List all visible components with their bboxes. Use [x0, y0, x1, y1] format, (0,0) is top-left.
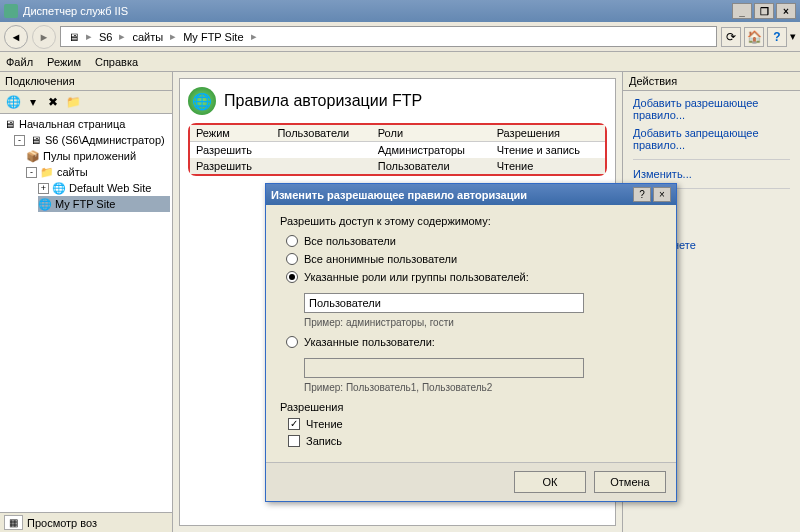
radio-icon[interactable] — [286, 271, 298, 283]
edit-rule-dialog: Изменить разрешающее правило авторизации… — [265, 183, 677, 502]
checkbox-label: Запись — [306, 435, 342, 447]
breadcrumb-item[interactable]: сайты — [129, 31, 166, 43]
home-icon[interactable]: 🏠 — [744, 27, 764, 47]
tree-app-pools[interactable]: 📦 Пулы приложений — [26, 148, 170, 164]
dialog-intro: Разрешить доступ к этому содержимому: — [280, 215, 662, 227]
cancel-button[interactable]: Отмена — [594, 471, 666, 493]
breadcrumb-home-icon[interactable]: 🖥 — [65, 31, 82, 43]
action-add-allow[interactable]: Добавить разрешающее правило... — [633, 97, 790, 121]
roles-hint: Пример: администраторы, гости — [304, 317, 662, 328]
help-icon[interactable]: ? — [767, 27, 787, 47]
col-mode[interactable]: Режим — [190, 125, 271, 142]
radio-icon[interactable] — [286, 253, 298, 265]
pool-icon: 📦 — [26, 149, 40, 163]
checkbox-icon[interactable] — [288, 435, 300, 447]
chevron-right-icon: ▸ — [119, 30, 125, 43]
actions-header: Действия — [623, 72, 800, 91]
table-row[interactable]: Разрешить Пользователи Чтение — [190, 158, 605, 174]
action-add-deny[interactable]: Добавить запрещающее правило... — [633, 127, 790, 151]
app-icon — [4, 4, 18, 18]
col-perms[interactable]: Разрешения — [491, 125, 605, 142]
tree-label: My FTP Site — [55, 198, 115, 210]
tree-label: S6 (S6\Администратор) — [45, 134, 165, 146]
radio-label: Все пользователи — [304, 235, 396, 247]
collapse-icon[interactable]: - — [26, 167, 37, 178]
connections-header: Подключения — [0, 72, 172, 91]
rules-table[interactable]: Режим Пользователи Роли Разрешения Разре… — [188, 123, 607, 176]
breadcrumb[interactable]: 🖥 ▸ S6 ▸ сайты ▸ My FTP Site ▸ — [60, 26, 717, 47]
chevron-right-icon: ▸ — [251, 30, 257, 43]
tree-default-site[interactable]: + 🌐 Default Web Site — [38, 180, 170, 196]
radio-icon[interactable] — [286, 235, 298, 247]
close-button[interactable]: × — [776, 3, 796, 19]
forward-button[interactable]: ► — [32, 25, 56, 49]
back-button[interactable]: ◄ — [4, 25, 28, 49]
tree-label: сайты — [57, 166, 88, 178]
dialog-help-button[interactable]: ? — [633, 187, 651, 202]
dialog-title: Изменить разрешающее правило авторизации — [271, 189, 631, 201]
permissions-label: Разрешения — [280, 401, 662, 413]
collapse-icon[interactable]: - — [14, 135, 25, 146]
connections-toolbar: 🌐 ▾ ✖ 📁 — [0, 91, 172, 114]
minimize-button[interactable]: _ — [732, 3, 752, 19]
view-tab-icon[interactable]: ▦ — [4, 515, 23, 530]
folder-icon: 📁 — [40, 165, 54, 179]
menu-mode[interactable]: Режим — [47, 56, 81, 68]
expand-icon[interactable]: + — [38, 183, 49, 194]
server-icon: 🖥 — [28, 133, 42, 147]
col-users[interactable]: Пользователи — [271, 125, 371, 142]
radio-anon-users[interactable]: Все анонимные пользователи — [286, 253, 662, 265]
dialog-footer: ОК Отмена — [266, 462, 676, 501]
tree-label: Начальная страница — [19, 118, 125, 130]
tree-root[interactable]: 🖥 Начальная страница — [2, 116, 170, 132]
dialog-close-button[interactable]: × — [653, 187, 671, 202]
tree-ftp-site[interactable]: 🌐 My FTP Site — [38, 196, 170, 212]
remove-icon[interactable]: ✖ — [45, 94, 61, 110]
checkbox-write[interactable]: Запись — [288, 435, 662, 447]
ftp-globe-icon: 🌐 — [188, 87, 216, 115]
table-row[interactable]: Разрешить Администраторы Чтение и запись — [190, 142, 605, 158]
server-icon: 🖥 — [2, 117, 16, 131]
up-icon[interactable]: 📁 — [65, 94, 81, 110]
roles-input[interactable] — [304, 293, 584, 313]
ok-button[interactable]: ОК — [514, 471, 586, 493]
chevron-right-icon: ▸ — [170, 30, 176, 43]
restore-button[interactable]: ❐ — [754, 3, 774, 19]
window-title: Диспeтчер служб IIS — [23, 5, 730, 17]
tree-label: Пулы приложений — [43, 150, 136, 162]
radio-label: Все анонимные пользователи — [304, 253, 457, 265]
action-edit[interactable]: Изменить... — [633, 168, 790, 180]
connect-icon[interactable]: 🌐 — [5, 94, 21, 110]
refresh-icon[interactable]: ⟳ — [721, 27, 741, 47]
globe-icon: 🌐 — [52, 181, 66, 195]
menu-file[interactable]: Файл — [6, 56, 33, 68]
window-titlebar: Диспeтчер служб IIS _ ❐ × — [0, 0, 800, 22]
breadcrumb-item[interactable]: S6 — [96, 31, 115, 43]
save-icon[interactable]: ▾ — [25, 94, 41, 110]
radio-all-users[interactable]: Все пользователи — [286, 235, 662, 247]
col-roles[interactable]: Роли — [372, 125, 491, 142]
checkbox-read[interactable]: Чтение — [288, 418, 662, 430]
checkbox-icon[interactable] — [288, 418, 300, 430]
breadcrumb-item[interactable]: My FTP Site — [180, 31, 246, 43]
feature-title: Правила авторизации FTP — [224, 92, 422, 110]
address-bar: ◄ ► 🖥 ▸ S6 ▸ сайты ▸ My FTP Site ▸ ⟳ 🏠 ?… — [0, 22, 800, 52]
dialog-titlebar[interactable]: Изменить разрешающее правило авторизации… — [266, 184, 676, 205]
radio-specified-users[interactable]: Указанные пользователи: — [286, 336, 662, 348]
globe-icon: 🌐 — [38, 197, 52, 211]
radio-specified-roles[interactable]: Указанные роли или группы пользователей: — [286, 271, 662, 283]
connections-tree[interactable]: 🖥 Начальная страница - 🖥 S6 (S6\Админист… — [0, 114, 172, 512]
permissions-section: Разрешения Чтение Запись — [280, 401, 662, 447]
users-hint: Пример: Пользователь1, Пользователь2 — [304, 382, 662, 393]
tree-sites[interactable]: - 📁 сайты — [26, 164, 170, 180]
dropdown-icon[interactable]: ▾ — [790, 30, 796, 43]
chevron-right-icon: ▸ — [86, 30, 92, 43]
tree-server[interactable]: - 🖥 S6 (S6\Администратор) — [14, 132, 170, 148]
separator — [633, 159, 790, 160]
radio-icon[interactable] — [286, 336, 298, 348]
menu-help[interactable]: Справка — [95, 56, 138, 68]
radio-label: Указанные пользователи: — [304, 336, 435, 348]
menu-bar: Файл Режим Справка — [0, 52, 800, 72]
users-input — [304, 358, 584, 378]
left-footer: ▦ Просмотр воз — [0, 512, 172, 532]
